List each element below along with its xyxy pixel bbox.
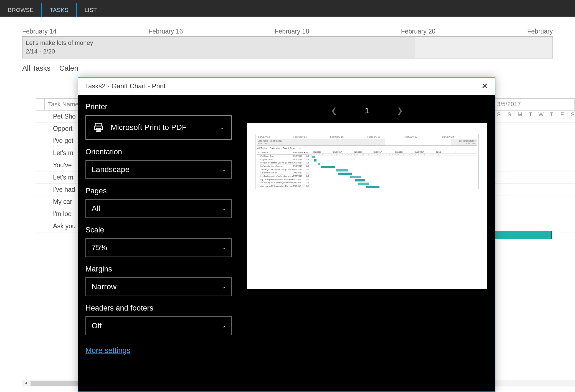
gantt-day-cell: M (515, 110, 525, 119)
preview-view-tabs: All TasksCalendarGantt Chart··· (257, 146, 477, 151)
prev-page-icon[interactable]: ❮ (331, 106, 337, 115)
preview-gantt-bar (318, 163, 320, 165)
preview-task-row: I've had enough of scheming and mes2/27/… (257, 175, 312, 178)
gantt-task-bar[interactable] (494, 231, 552, 239)
printer-select[interactable]: Microsoft Print to PDF ⌄ (85, 115, 232, 140)
preview-gantt-bar (366, 186, 379, 188)
dialog-titlebar: Tasks2 - Gantt Chart - Print ✕ (78, 78, 495, 95)
gantt-day-cell: T (525, 110, 536, 119)
preview-task-row: I'm looking for a partner, someone wh3/2… (257, 181, 312, 185)
preview-task-row: You've got the brawn, I've got the brai2… (257, 168, 312, 171)
scale-value: 75% (92, 243, 107, 252)
preview-task-row: Pet Shop Boys2/10/20172/1 (257, 155, 312, 158)
dialog-title: Tasks2 - Gantt Chart - Print (85, 82, 166, 90)
print-options-panel: Printer Microsoft Print to PDF ⌄ Orienta… (78, 95, 239, 391)
timeline-task-range: 2/14 - 2/20 (26, 47, 411, 56)
chevron-down-icon: ⌄ (222, 323, 226, 329)
more-settings-link[interactable]: More settings (85, 346, 130, 355)
timeline-date: February (527, 28, 553, 35)
preview-gantt-bar (312, 156, 315, 158)
preview-strip-task: Let's make lots of money 2/14 - 2/20 (257, 139, 385, 145)
timeline-date: February 14 (22, 28, 148, 35)
gantt-day-cell: W (536, 110, 546, 119)
preview-timeline-strip: Let's make lots of money 2/14 - 2/20 Let… (257, 139, 477, 146)
chevron-down-icon: ⌄ (222, 206, 226, 212)
preview-gantt-bar (350, 176, 361, 178)
printer-icon (93, 122, 104, 133)
preview-task-row: My car is parked outside, I'm afraid it … (257, 178, 312, 181)
printer-value: Microsoft Print to PDF (111, 123, 187, 132)
timeline-date: February 18 (275, 28, 401, 35)
scale-label: Scale (85, 226, 232, 234)
preview-gantt-bar (314, 159, 316, 162)
scale-select[interactable]: 75% ⌄ (85, 238, 232, 257)
ribbon-tab-list[interactable]: LIST (77, 3, 105, 17)
pages-value: All (92, 204, 100, 213)
ribbon: BROWSE TASKS LIST (0, 0, 575, 17)
preview-col-headers: Task Name Start Date ▼ Du (257, 151, 312, 155)
preview-day-letters: SMTWTFSSMTWTFSSMTWTFSSMTWTFSSMTWTFSSMTWT… (312, 153, 477, 155)
view-tab-calendar[interactable]: Calen (59, 64, 78, 73)
gantt-date-column: 3/5/2017 SSMTWTFS (494, 98, 575, 119)
ribbon-tab-tasks[interactable]: TASKS (41, 3, 77, 17)
preview-task-row: Let's make lots of money2/14/20172/2 (257, 165, 312, 168)
preview-gantt-bar (358, 183, 369, 185)
gantt-day-cell: S (568, 110, 575, 119)
gantt-day-cell: F (557, 110, 568, 119)
headers-footers-select[interactable]: Off ⌄ (85, 316, 232, 335)
chevron-down-icon: ⌄ (220, 124, 224, 130)
preview-task-row: I've got the brains, you've got the look… (257, 161, 312, 165)
close-icon[interactable]: ✕ (481, 82, 488, 90)
timeline-date: February 16 (148, 28, 275, 35)
svg-rect-1 (94, 126, 103, 130)
orientation-label: Orientation (85, 148, 232, 156)
svg-rect-0 (95, 123, 102, 126)
gantt-date-header: 3/5/2017 (494, 98, 575, 110)
preview-gantt-bar (336, 169, 348, 171)
margins-label: Margins (85, 265, 232, 273)
preview-gantt-bar (321, 166, 335, 168)
print-preview-page: February 14February 16February 18Februar… (247, 123, 487, 289)
timeline-date: February 20 (401, 28, 527, 35)
preview-gantt-bar (355, 179, 365, 181)
pages-label: Pages (85, 187, 232, 195)
next-page-icon[interactable]: ❯ (397, 106, 403, 115)
preview-strip-task: Let's make lots of 2/22 - 3/20 (451, 139, 477, 145)
preview-week-dates: 2/12/20172/19/20172/26/20173/5/20173/12/… (312, 151, 477, 153)
orientation-value: Landscape (92, 165, 130, 174)
chevron-down-icon: ⌄ (222, 284, 226, 290)
gantt-days-row: SSMTWTFS (494, 110, 575, 119)
headers-footers-value: Off (92, 321, 102, 330)
headers-footers-label: Headers and footers (85, 304, 232, 312)
preview-task-row: Ask yourself this question. Do you war3/… (257, 185, 312, 188)
gantt-col-blank (36, 99, 45, 110)
orientation-select[interactable]: Landscape ⌄ (85, 160, 232, 179)
timeline-bar: Let's make lots of money 2/14 - 2/20 (22, 37, 553, 58)
chevron-down-icon: ⌄ (222, 245, 226, 251)
view-tab-alltasks[interactable]: All Tasks (22, 64, 50, 73)
gantt-day-cell: T (546, 110, 557, 119)
timeline-task-title: Let's make lots of money (26, 39, 411, 47)
gantt-day-cell: S (504, 110, 515, 119)
print-preview-panel: ❮ 1 ❯ February 14February 16February 18F… (239, 95, 495, 391)
preview-task-row: Opportunities2/11/20172/1 (257, 158, 312, 161)
margins-select[interactable]: Narrow ⌄ (85, 277, 232, 296)
view-tabs: All Tasks Calen (0, 58, 575, 73)
preview-gantt: Task Name Start Date ▼ Du Pet Shop Boys2… (257, 151, 477, 188)
timeline-header: February 14 February 16 February 18 Febr… (22, 28, 553, 37)
pages-select[interactable]: All ⌄ (85, 199, 232, 218)
ribbon-tab-browse[interactable]: BROWSE (0, 3, 41, 17)
chevron-down-icon: ⌄ (222, 166, 226, 173)
preview-task-row: Let's make lots of2/23/20172/2 (257, 171, 312, 175)
printer-label: Printer (85, 103, 232, 111)
preview-gantt-bar (338, 173, 352, 175)
print-dialog: Tasks2 - Gantt Chart - Print ✕ Printer M… (78, 77, 495, 392)
scroll-thumb[interactable] (31, 381, 78, 386)
scroll-left-arrow[interactable]: ◄ (23, 381, 28, 386)
timeline-task[interactable]: Let's make lots of money 2/14 - 2/20 (22, 37, 415, 58)
margins-value: Narrow (92, 282, 116, 291)
preview-timeline-dates: February 14February 16February 18Februar… (257, 135, 477, 139)
page-number: 1 (365, 106, 369, 115)
page-navigator: ❮ 1 ❯ (247, 106, 487, 115)
timeline: February 14 February 16 February 18 Febr… (0, 17, 575, 58)
